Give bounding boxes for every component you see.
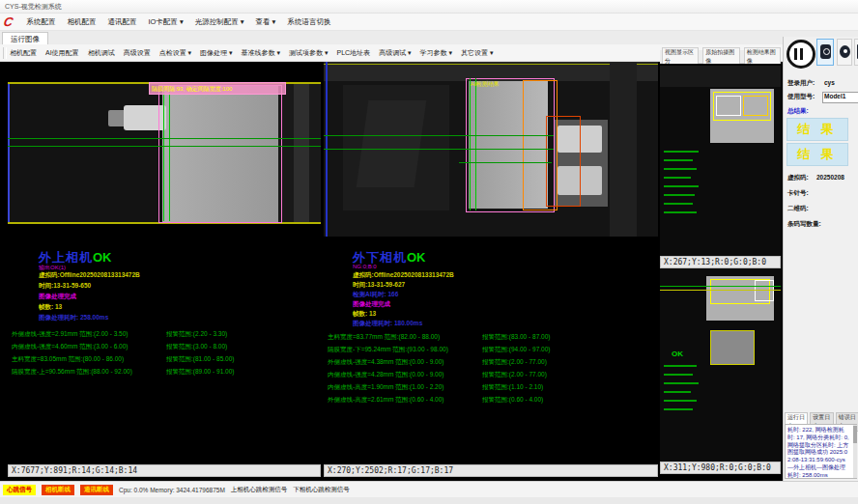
measure-label-text: 隔膜间隔:93, 确定间隔宽度:100 — [152, 85, 232, 94]
menu-light-config[interactable]: 光源控制配置 ▾ — [195, 17, 244, 27]
machine-region-2 — [357, 100, 427, 187]
measurement-alarm: 报警范围:(89.00 - 91.00) — [166, 368, 234, 377]
menu-io-config[interactable]: IO卡配置 ▾ — [148, 17, 183, 27]
tool-other-settings[interactable]: 其它设置 ▾ — [461, 48, 493, 58]
left-barcode: 虚拟码:Offline2025020813313472B — [39, 271, 140, 280]
overlay-text-line — [664, 203, 693, 205]
left-camera-view: 隔膜间隔:93, 确定间隔宽度:100 外上相机OK 输出OK(1) 虚拟码:O… — [8, 62, 321, 481]
center-process-done: 图像处理完成 — [353, 300, 390, 309]
left-camera-image[interactable]: 隔膜间隔:93, 确定间隔宽度:100 — [8, 82, 321, 224]
edge-line-green-1 — [163, 86, 164, 221]
pause-icon — [794, 48, 797, 60]
tool-ai-config[interactable]: AI使用配置 — [45, 48, 79, 58]
toolbar-grip — [3, 47, 7, 59]
result-box-1: 结 果 — [786, 118, 848, 141]
roi-outline-white — [716, 96, 741, 116]
right-top-camera-image[interactable] — [660, 66, 781, 256]
bottom-view-ok-label: OK — [672, 350, 683, 358]
top-band-region — [660, 66, 781, 87]
right-view-column: X:267;Y:13;R:0;G:0;B:0 OK X:311;Y:980;R:… — [660, 64, 781, 481]
left-elapsed: 图像处理耗时: 258.00ms — [39, 314, 108, 322]
center-camera-image[interactable]: AI检测结果 — [324, 62, 658, 237]
tool-plc-address[interactable]: PLC地址表 — [337, 48, 371, 58]
measurement-alarm: 报警范围:(1.10 - 2.10) — [482, 383, 543, 392]
overlay-text-line — [664, 185, 699, 187]
overlay-text-line — [664, 194, 695, 196]
measurement-row: 主料宽度=83.05mm 范围:(80.00 - 86.00) 报警范围:(81… — [12, 355, 330, 365]
tool-advanced-settings[interactable]: 高级设置 — [124, 48, 151, 58]
h-guide-green — [660, 286, 781, 287]
tab-run-image[interactable]: 运行图像 — [2, 32, 48, 45]
camera-capture-button[interactable] — [816, 39, 834, 66]
tool-image-processing[interactable]: 图像处理 ▾ — [200, 48, 232, 58]
right-band-region — [294, 84, 309, 222]
menu-system-config[interactable]: 系统配置 — [26, 17, 55, 27]
left-pixel-readout: X:7677;Y:891;R:14;G:14;B:14 — [8, 464, 321, 477]
measure-label-box: 隔膜间隔:93, 确定间隔宽度:100 — [149, 82, 286, 95]
measurement-alarm: 报警范围:(81.00 - 85.00) — [166, 355, 234, 364]
tool-camera-debug[interactable]: 相机调试 — [88, 48, 115, 58]
measurement-alarm: 报警范围:(83.00 - 87.00) — [482, 333, 550, 342]
qr-code-label: 二维码: — [787, 205, 809, 213]
tool-baseline-params[interactable]: 基准线参数 ▾ — [242, 48, 280, 58]
measurement-text: 主料宽度=83.05mm 范围:(80.00 - 86.00) — [12, 355, 124, 364]
tab-row: 运行图像 — [0, 31, 858, 45]
measurement-alarm: 报警范围:(2.00 - 77.00) — [482, 371, 547, 379]
left-process-done: 图像处理完成 — [39, 293, 76, 301]
tool-camera-config[interactable]: 相机配置 — [10, 48, 37, 58]
upper-camera-heartbeat: 上相机心跳检测信号 — [231, 486, 288, 494]
camera-lens-icon — [823, 48, 830, 55]
title-bar[interactable]: CYS-视觉检测系统 — [0, 0, 858, 14]
menu-bar: C 系统配置 相机配置 通讯配置 IO卡配置 ▾ 光源控制配置 ▾ 查看 ▾ 系… — [0, 14, 858, 31]
pause-button[interactable] — [786, 40, 815, 69]
overlay-text-line — [664, 400, 697, 402]
measurement-row: 内侧虚线-强度=4.60mm 范围:(3.00 - 6.00) 报警范围:(3.… — [12, 343, 330, 352]
menu-language-switch[interactable]: 系统语言切换 — [287, 17, 330, 27]
measurement-row: 内侧虚线-强度=4.28mm 范围:(0.00 - 9.00) 报警范围:(2.… — [328, 371, 646, 380]
model-select[interactable]: Model1 — [822, 92, 858, 103]
measurement-alarm: 报警范围:(0.60 - 4.00) — [482, 396, 543, 405]
roi-outline-white — [755, 280, 774, 301]
total-result-label: 总结果: — [787, 107, 809, 116]
menu-comm-config[interactable]: 通讯配置 — [107, 17, 136, 27]
h-guide-green-3 — [459, 162, 552, 163]
overlay-text-line — [664, 177, 691, 179]
write-count-label: 条码写数量: — [787, 220, 821, 229]
menu-view[interactable]: 查看 ▾ — [256, 17, 276, 27]
h-guide-green-1 — [8, 138, 321, 139]
right-top-pixel-readout: X:267;Y:13;R:0;G:0;B:0 — [660, 256, 781, 268]
tool-test-params[interactable]: 测试项参数 ▾ — [289, 48, 328, 58]
roi-outline-magenta — [158, 85, 282, 223]
left-camera-result: OK — [93, 250, 112, 265]
log-output[interactable]: 耗时: 222, 网络检测耗时: 17, 网络分类耗时: 0, 网络提取分区耗时… — [785, 424, 857, 479]
h-guide-green-2 — [8, 146, 321, 147]
top-guide-line — [324, 64, 658, 65]
tool-learning-params[interactable]: 学习参数 ▾ — [420, 48, 452, 58]
login-user-value: cys — [824, 79, 835, 86]
result-box-2: 结 果 — [786, 143, 848, 166]
app-window: CYS-视觉检测系统 C 系统配置 相机配置 通讯配置 IO卡配置 ▾ 光源控制… — [0, 0, 858, 504]
record-button[interactable] — [837, 39, 852, 66]
exit-button[interactable] — [854, 39, 858, 66]
measurement-text: 外侧虚线-高度=2.61mm 范围:(0.60 - 4.00) — [328, 396, 443, 405]
right-bottom-camera-image[interactable]: OK — [660, 268, 781, 462]
measurement-row: 外侧虚线-强度=4.38mm 范围:(0.00 - 9.00) 报警范围:(2.… — [328, 358, 646, 368]
cpu-memory-readout: Cpu: 0.0% Memory: 3424.41796875M — [119, 487, 225, 493]
log-scrollbar-thumb[interactable] — [853, 426, 857, 443]
menu-camera-config[interactable]: 相机配置 — [67, 17, 96, 27]
center-ai-time: 检测AI耗时: 166 — [353, 291, 398, 299]
right-band-region — [610, 62, 637, 237]
measurement-alarm: 报警范围:(3.00 - 8.00) — [166, 343, 227, 351]
log-scrollbar[interactable] — [853, 425, 857, 478]
pause-icon — [800, 48, 803, 60]
status-bar: 心跳信号 相机断线 通讯断线 Cpu: 0.0% Memory: 3424.41… — [0, 481, 858, 497]
edge-line-green-2 — [475, 78, 476, 210]
measurement-text: 内侧虚线-高度=1.90mm 范围:(1.00 - 2.20) — [328, 383, 443, 392]
tool-advanced-debug[interactable]: 高级调试 ▾ — [379, 48, 411, 58]
measurement-text: 内侧虚线-强度=4.60mm 范围:(3.00 - 6.00) — [12, 343, 128, 351]
h-guide-green-1 — [324, 135, 554, 136]
heartbeat-badge: 心跳信号 — [3, 485, 36, 495]
side-control-panel: 登录用户: cys 使用型号: Model1 总结果: 结 果 结 果 虚拟码:… — [783, 37, 858, 481]
overlay-text-line — [664, 408, 693, 410]
tool-spot-check[interactable]: 点检设置 ▾ — [159, 48, 191, 58]
